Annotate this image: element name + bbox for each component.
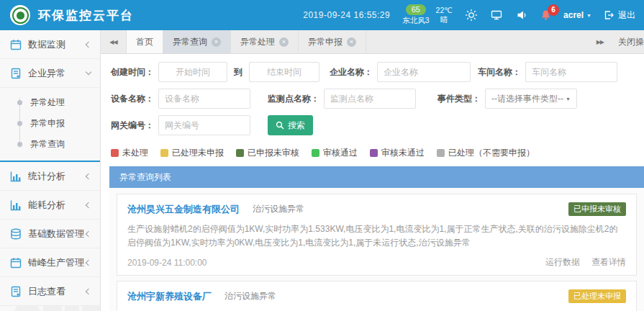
- enterprise-abnormal-submenu: 异常处理 异常申报 异常查询: [0, 88, 100, 162]
- tab-exception-declare[interactable]: 异常申报 ×: [299, 30, 366, 53]
- sidebar-item-offpeak-production[interactable]: 错峰生产管理: [0, 248, 100, 277]
- sidebar-item-enterprise-abnormal[interactable]: 企业异常: [0, 59, 100, 88]
- event-type-select[interactable]: --请选择事件类型-- ▼: [485, 89, 577, 109]
- gateway-label: 网关编号：: [111, 120, 154, 132]
- legend-item: 审核通过: [312, 147, 358, 159]
- sidebar-item-statistics[interactable]: 统计分析: [0, 162, 100, 191]
- tab-exception-query[interactable]: 异常查询 ×: [163, 30, 231, 53]
- aqi-badge: 65: [406, 4, 426, 15]
- legend-item: 已处理（不需要申报）: [437, 147, 535, 159]
- chevron-left-icon: [86, 230, 91, 236]
- tab-home[interactable]: 首页: [127, 30, 163, 53]
- bar-chart-icon: [10, 199, 22, 211]
- chevron-left-icon: [86, 173, 91, 179]
- sidebar-item-log-view[interactable]: 日志查看: [0, 277, 100, 306]
- header-bar: 环保监控云平台 2019-09-24 16:55:29 65 东北风3 22℃ …: [0, 0, 644, 30]
- document-icon: [10, 286, 22, 297]
- content-area: ◀◀ 首页 异常查询 × 异常处理 × 异常申报 × ▶▶ 关闭操作: [101, 30, 644, 311]
- tab-scroll-right-icon[interactable]: ▶▶: [597, 39, 604, 45]
- monitor-point-label: 监测点名称：: [268, 93, 319, 105]
- event-type-label: 事件类型：: [437, 93, 481, 105]
- calendar-icon: [10, 257, 22, 269]
- close-operations-button[interactable]: 关闭操作: [618, 36, 644, 48]
- card-time: 2019-09-24 11:00:00: [127, 258, 207, 268]
- username: acrel: [563, 10, 584, 20]
- chevron-left-icon: [86, 259, 91, 265]
- legend-item: 审核未通过: [370, 147, 425, 159]
- weather-label: 晴: [440, 15, 448, 24]
- chevron-left-icon: [86, 202, 91, 207]
- company-name-input[interactable]: [377, 62, 471, 82]
- exception-card: 沧州昊兴五金制造有限公司 治污设施异常 已申报未审核 生产设施射蜡机2的启停阀值…: [117, 194, 637, 276]
- user-caret-icon: ▼: [586, 13, 591, 18]
- status-badge: 已处理未申报: [568, 289, 626, 303]
- workshop-name-input[interactable]: [525, 62, 617, 82]
- user-menu[interactable]: acrel ▼: [563, 10, 591, 20]
- start-time-input[interactable]: [158, 62, 227, 82]
- company-name-label: 企业名称：: [330, 66, 373, 78]
- legend-swatch: [160, 149, 168, 157]
- logout-label: 退出: [618, 9, 635, 22]
- chevron-left-icon: [86, 41, 91, 47]
- weather-widget: 65 东北风3 22℃ 晴: [402, 4, 453, 25]
- legend-swatch: [111, 149, 119, 157]
- legend-item: 已处理未申报: [160, 147, 224, 159]
- legend-swatch: [236, 149, 244, 157]
- exception-list-panel: 异常查询列表 沧州昊兴五金制造有限公司 治污设施异常 已申报未审核 生产设施射蜡…: [109, 166, 644, 311]
- exception-type: 治污设施异常: [253, 203, 304, 215]
- tab-close-icon[interactable]: ×: [279, 37, 289, 47]
- company-name-link[interactable]: 沧州宇新养殖设备厂: [127, 290, 212, 303]
- card-list: 沧州昊兴五金制造有限公司 治污设施异常 已申报未审核 生产设施射蜡机2的启停阀值…: [109, 188, 644, 311]
- search-icon: [276, 121, 284, 130]
- status-badge: 已申报未审核: [568, 202, 626, 216]
- bar-chart-icon: [10, 171, 22, 182]
- device-name-input[interactable]: [158, 89, 250, 109]
- logout-icon: [604, 10, 614, 20]
- tab-exception-handling[interactable]: 异常处理 ×: [231, 30, 299, 53]
- calendar-icon: [10, 39, 22, 50]
- tab-close-icon[interactable]: ×: [212, 37, 221, 47]
- tab-close-icon[interactable]: ×: [347, 37, 356, 47]
- sidebar-subitem-exception-declare[interactable]: 异常申报: [0, 113, 100, 134]
- chevron-down-icon: [86, 69, 91, 75]
- running-data-link[interactable]: 运行数据: [545, 256, 580, 269]
- tab-bar: ◀◀ 首页 异常查询 × 异常处理 × 异常申报 × ▶▶ 关闭操作: [101, 30, 644, 54]
- page-title: 环保监控云平台: [38, 7, 134, 24]
- view-details-link[interactable]: 查看详情: [591, 256, 626, 269]
- sidebar-item-data-monitoring[interactable]: 数据监测: [0, 30, 100, 59]
- status-legend: 未处理 已处理未申报 已申报未审核 审核通过 审核未通过 已处理（不需要申报）: [101, 143, 644, 166]
- legend-item: 未处理: [111, 147, 148, 159]
- card-description: 生产设施射蜡机2的启停阀值为1KW,实时功率为1.533KW,电压变比为1,电流…: [127, 222, 626, 250]
- database-icon: [10, 228, 22, 240]
- sidebar-subitem-exception-query[interactable]: 异常查询: [0, 134, 100, 155]
- exception-card: 沧州宇新养殖设备厂 治污设施异常 已处理未申报 生产设施挤出机2的启停阀值为1K…: [117, 281, 637, 311]
- logout-button[interactable]: 退出: [604, 9, 635, 22]
- company-name-link[interactable]: 沧州昊兴五金制造有限公司: [127, 203, 240, 216]
- header-datetime: 2019-09-24 16:55:29: [303, 10, 390, 20]
- platform-logo-icon: [10, 5, 30, 25]
- notification-badge[interactable]: 6: [548, 4, 559, 16]
- document-icon: [10, 68, 22, 79]
- filter-form: 创建时间： 到 企业名称： 车间名称： 设备名称： 监测点名称： 事件类型： -…: [101, 54, 644, 143]
- end-time-input[interactable]: [249, 62, 319, 82]
- sidebar: 数据监测 企业异常 异常处理 异常申报 异常查询 统计分析: [0, 30, 101, 311]
- create-time-label: 创建时间：: [111, 66, 154, 78]
- to-label: 到: [234, 66, 242, 78]
- sidebar-item-energy-analysis[interactable]: 能耗分析: [0, 191, 100, 220]
- monitor-icon[interactable]: [490, 9, 503, 22]
- sidebar-subitem-exception-handling[interactable]: 异常处理: [0, 92, 100, 113]
- tab-scroll-left-icon[interactable]: ◀◀: [101, 30, 127, 53]
- workshop-name-label: 车间名称：: [478, 66, 521, 78]
- monitor-point-input[interactable]: [324, 89, 416, 109]
- temperature-label: 22℃: [436, 6, 453, 15]
- sun-icon: [465, 9, 478, 22]
- sidebar-item-base-data[interactable]: 基础数据管理: [0, 220, 100, 248]
- legend-swatch: [437, 149, 445, 157]
- speaker-icon[interactable]: [515, 9, 528, 22]
- search-button[interactable]: 搜索: [268, 115, 313, 135]
- legend-swatch: [312, 149, 319, 157]
- device-name-label: 设备名称：: [111, 93, 154, 105]
- bell-icon[interactable]: 6: [540, 9, 551, 21]
- wind-label: 东北风3: [402, 16, 429, 25]
- gateway-input[interactable]: [158, 115, 250, 135]
